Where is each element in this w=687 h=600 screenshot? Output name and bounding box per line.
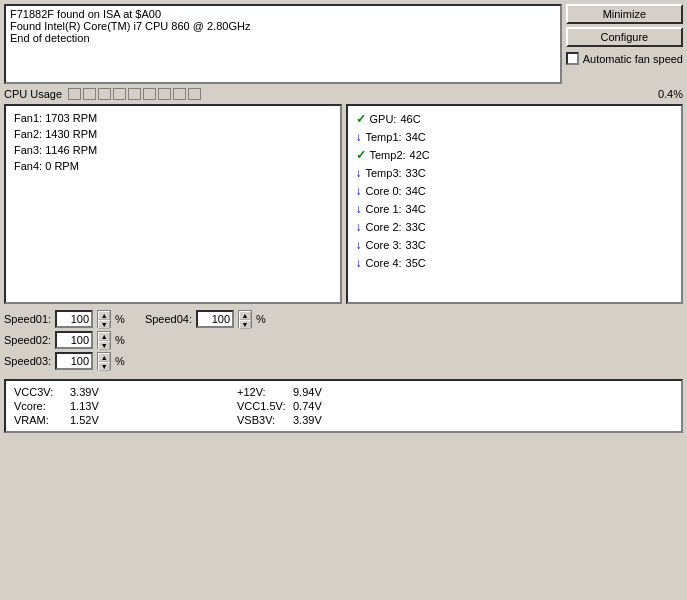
cpu-bar-3 <box>98 88 111 100</box>
cpu-bar-8 <box>173 88 186 100</box>
cpu-bar-2 <box>83 88 96 100</box>
cpu-bar-7 <box>158 88 171 100</box>
temp-row-7: ↓Core 3:33C <box>356 236 674 254</box>
monitors-section: Fan1: 1703 RPM Fan2: 1430 RPM Fan3: 1146… <box>4 104 683 304</box>
temp-value-3: 33C <box>406 167 426 179</box>
auto-fan-checkbox[interactable] <box>566 52 579 65</box>
temp-label-3: Temp3: <box>366 167 402 179</box>
fan-row-1: Fan1: 1703 RPM <box>14 110 332 126</box>
voltage-value-2: 1.52V <box>70 414 99 426</box>
cpu-bar-6 <box>143 88 156 100</box>
temp-value-4: 34C <box>406 185 426 197</box>
temp-row-3: ↓Temp3:33C <box>356 164 674 182</box>
temp-row-5: ↓Core 1:34C <box>356 200 674 218</box>
voltage-value-0: 9.94V <box>293 386 322 398</box>
temp-row-4: ↓Core 0:34C <box>356 182 674 200</box>
temp-label-0: GPU: <box>370 113 397 125</box>
cpu-bar-5 <box>128 88 141 100</box>
cpu-usage-label: CPU Usage <box>4 88 62 100</box>
temp-label-8: Core 4: <box>366 257 402 269</box>
speed03-input[interactable] <box>55 352 93 370</box>
speed03-spinner-down[interactable]: ▼ <box>98 362 110 371</box>
speed02-input[interactable] <box>55 331 93 349</box>
speed04-input[interactable] <box>196 310 234 328</box>
speed-right: Speed04: ▲ ▼ % <box>145 310 266 373</box>
fan4-label: Fan4: <box>14 160 42 172</box>
auto-fan-label: Automatic fan speed <box>583 53 683 65</box>
speed01-row: Speed01: ▲ ▼ % <box>4 310 125 328</box>
speed01-spinner[interactable]: ▲ ▼ <box>97 310 111 328</box>
configure-button[interactable]: Configure <box>566 27 683 47</box>
speed02-spinner-down[interactable]: ▼ <box>98 341 110 350</box>
voltage-grid: VCC3V:3.39VVcore:1.13VVRAM:1.52V+12V:9.9… <box>14 385 673 427</box>
temp-value-2: 42C <box>410 149 430 161</box>
temp-value-5: 34C <box>406 203 426 215</box>
fan3-value: 1146 RPM <box>45 144 97 156</box>
temp-value-0: 46C <box>400 113 420 125</box>
temp-icon-4: ↓ <box>356 184 362 198</box>
top-section: F71882F found on ISA at $A00 Found Intel… <box>4 4 683 84</box>
right-buttons: Minimize Configure Automatic fan speed <box>566 4 683 84</box>
speed03-label: Speed03: <box>4 355 51 367</box>
temp-panel: ✓GPU:46C↓Temp1:34C✓Temp2:42C↓Temp3:33C↓C… <box>346 104 684 304</box>
speed03-spinner[interactable]: ▲ ▼ <box>97 352 111 370</box>
speed04-spinner[interactable]: ▲ ▼ <box>238 310 252 328</box>
fan-panel: Fan1: 1703 RPM Fan2: 1430 RPM Fan3: 1146… <box>4 104 342 304</box>
speed04-spinner-down[interactable]: ▼ <box>239 320 251 329</box>
speed02-unit: % <box>115 334 125 346</box>
temp-label-1: Temp1: <box>366 131 402 143</box>
cpu-bar-1 <box>68 88 81 100</box>
temp-label-2: Temp2: <box>370 149 406 161</box>
minimize-button[interactable]: Minimize <box>566 4 683 24</box>
log-line-2: Found Intel(R) Core(TM) i7 CPU 860 @ 2.8… <box>10 20 556 32</box>
voltage-value-0: 3.39V <box>70 386 99 398</box>
temp-row-6: ↓Core 2:33C <box>356 218 674 236</box>
fan1-label: Fan1: <box>14 112 42 124</box>
main-container: F71882F found on ISA at $A00 Found Intel… <box>0 0 687 437</box>
temp-icon-2: ✓ <box>356 148 366 162</box>
speed01-spinner-up[interactable]: ▲ <box>98 311 110 320</box>
voltage-row-VRAM:: VRAM:1.52V <box>14 413 227 427</box>
voltage-section: VCC3V:3.39VVcore:1.13VVRAM:1.52V+12V:9.9… <box>4 379 683 433</box>
temp-value-1: 34C <box>406 131 426 143</box>
cpu-bars <box>68 88 201 100</box>
voltage-row-+12V:: +12V:9.94V <box>237 385 450 399</box>
temp-row-8: ↓Core 4:35C <box>356 254 674 272</box>
speed04-spinner-up[interactable]: ▲ <box>239 311 251 320</box>
voltage-label-0: VCC3V: <box>14 386 64 398</box>
speed01-label: Speed01: <box>4 313 51 325</box>
voltage-row-Vcore:: Vcore:1.13V <box>14 399 227 413</box>
speed02-row: Speed02: ▲ ▼ % <box>4 331 125 349</box>
speed03-row: Speed03: ▲ ▼ % <box>4 352 125 370</box>
temp-value-6: 33C <box>406 221 426 233</box>
speed04-unit: % <box>256 313 266 325</box>
temp-icon-5: ↓ <box>356 202 362 216</box>
speed04-row: Speed04: ▲ ▼ % <box>145 310 266 328</box>
speed02-spinner-up[interactable]: ▲ <box>98 332 110 341</box>
voltage-value-2: 3.39V <box>293 414 322 426</box>
speed03-spinner-up[interactable]: ▲ <box>98 353 110 362</box>
log-line-3: End of detection <box>10 32 556 44</box>
fan2-label: Fan2: <box>14 128 42 140</box>
speed03-unit: % <box>115 355 125 367</box>
voltage-label-1: VCC1.5V: <box>237 400 287 412</box>
speed01-input[interactable] <box>55 310 93 328</box>
voltage-row-VCC3V:: VCC3V:3.39V <box>14 385 227 399</box>
auto-fan-row: Automatic fan speed <box>566 52 683 65</box>
temp-label-6: Core 2: <box>366 221 402 233</box>
log-area: F71882F found on ISA at $A00 Found Intel… <box>4 4 562 84</box>
voltage-label-0: +12V: <box>237 386 287 398</box>
speed02-spinner[interactable]: ▲ ▼ <box>97 331 111 349</box>
temp-label-7: Core 3: <box>366 239 402 251</box>
fan2-value: 1430 RPM <box>45 128 97 140</box>
temp-row-2: ✓Temp2:42C <box>356 146 674 164</box>
cpu-usage-row: CPU Usage 0.4% <box>4 88 683 100</box>
speed01-spinner-down[interactable]: ▼ <box>98 320 110 329</box>
temp-icon-0: ✓ <box>356 112 366 126</box>
temp-icon-1: ↓ <box>356 130 362 144</box>
temp-row-1: ↓Temp1:34C <box>356 128 674 146</box>
fan1-value: 1703 RPM <box>45 112 97 124</box>
fan-row-3: Fan3: 1146 RPM <box>14 142 332 158</box>
temp-value-8: 35C <box>406 257 426 269</box>
speed02-label: Speed02: <box>4 334 51 346</box>
